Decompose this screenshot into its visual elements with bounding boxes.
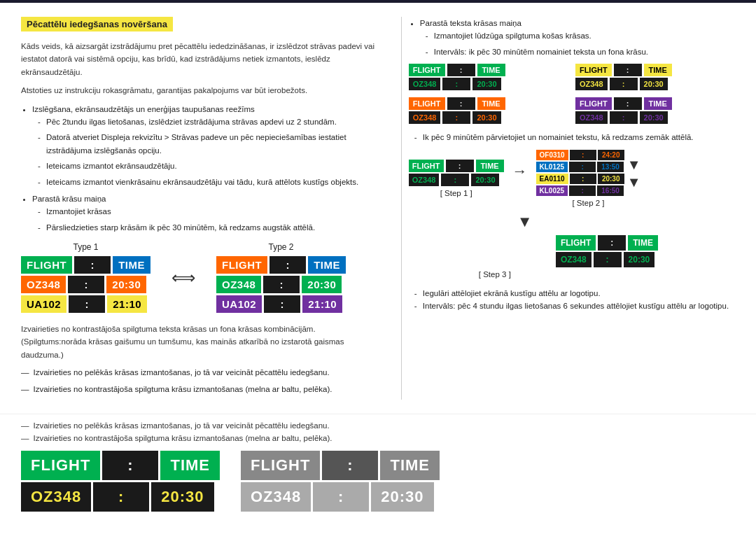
colon-cell: : bbox=[263, 276, 300, 293]
type2-label: Type 2 bbox=[216, 242, 346, 252]
large-time-val: 20:30 bbox=[371, 482, 433, 512]
steps-section: FLIGHT : TIME OZ348 : 20:30 [ Step 1 ] → bbox=[409, 150, 735, 313]
colon-cell: : bbox=[68, 276, 104, 293]
flight-num-cell: UA102 bbox=[21, 295, 66, 313]
large-flight-cell: FLIGHT bbox=[241, 451, 320, 480]
bullet-item-2: Parastā krāsu maiņa Izmantojiet krāsas P… bbox=[32, 192, 380, 234]
time-val-cell: 21:10 bbox=[107, 295, 147, 313]
step-arrow-down: ▼ bbox=[517, 213, 735, 231]
step-arrow-right: → bbox=[512, 162, 528, 181]
bottom-board-2: FLIGHT : TIME OZ348 : 20:30 bbox=[241, 451, 440, 512]
time-val-cell: 20:30 bbox=[106, 276, 146, 293]
bottom-section: Izvairieties no pelēkās krāsas izmantoša… bbox=[0, 414, 756, 526]
flight-num-cell: UA102 bbox=[216, 295, 262, 313]
flight-cell: FLIGHT bbox=[21, 256, 72, 274]
large-colon-cell: : bbox=[102, 451, 158, 480]
large-num-cell: OZ348 bbox=[241, 482, 311, 512]
left-column: Pēcattēlu iedegšanas novēršana Kāds veid… bbox=[21, 17, 380, 400]
bottom-flight-row: FLIGHT : TIME OZ348 : 20:30 FLIGHT : TIM… bbox=[21, 451, 735, 512]
right-dash-5: Intervāls: pēc 4 stundu ilgas lietošanas… bbox=[423, 300, 735, 312]
right-board-4: FLIGHT : TIME OZ348 : 20:30 bbox=[575, 97, 735, 124]
contrast-note: Izvairieties no kontrastājoša spilgtuma … bbox=[21, 323, 380, 361]
body-text-1: Kāds veids, kā aizsargāt izstrādājumu pr… bbox=[21, 40, 380, 78]
dash-item: Pēc 2tundu ilgas lietošanas, izslēdziet … bbox=[46, 115, 380, 128]
large-time-cell: TIME bbox=[380, 451, 440, 480]
dash-item: Pārsliedzieties starp krāsām ik pēc 30 m… bbox=[46, 221, 380, 234]
type1-label: Type 1 bbox=[21, 242, 150, 252]
large-flight-cell: FLIGHT bbox=[21, 451, 100, 480]
note-line-2: — Izvairieties no kontrastājoša spilgtum… bbox=[21, 384, 380, 395]
right-board-1: FLIGHT : TIME OZ348 : 20:30 bbox=[409, 64, 568, 90]
large-colon-cell: : bbox=[93, 482, 149, 512]
bottom-board-1: FLIGHT : TIME OZ348 : 20:30 bbox=[21, 451, 220, 512]
large-colon-cell: : bbox=[313, 482, 369, 512]
time-cell: TIME bbox=[308, 256, 346, 274]
right-dash-3: Ik pēc 9 minūtēm pārvietojiet un nomaini… bbox=[423, 131, 735, 143]
dash-item: Izmantojiet krāsas bbox=[46, 205, 380, 218]
right-dash-2: Intervāls: ik pēc 30 minūtēm nomainiet t… bbox=[434, 45, 735, 58]
step3-label: [ Step 3 ] bbox=[479, 270, 511, 279]
time-val-cell: 20:30 bbox=[302, 276, 342, 293]
step2-label: [ Step 2 ] bbox=[572, 199, 604, 207]
right-board-3: FLIGHT : TIME OZ348 : 20:30 bbox=[409, 97, 568, 124]
right-column: Parastā teksta krāsas maiņa Izmantojiet … bbox=[401, 17, 735, 400]
bullet-item-1: Izslēgšana, ekrānsaudzētājs un enerģijas… bbox=[32, 103, 380, 188]
flight-cell: FLIGHT bbox=[216, 256, 267, 274]
colon-cell: : bbox=[74, 256, 111, 274]
large-colon-cell: : bbox=[322, 451, 378, 480]
type2-example: Type 2 FLIGHT : TIME OZ348 : 20:30 UA102 bbox=[216, 242, 346, 313]
large-time-cell: TIME bbox=[160, 451, 220, 480]
large-time-val: 20:30 bbox=[151, 482, 214, 512]
flight-num-cell: OZ348 bbox=[216, 276, 261, 293]
step2-board: OF0310 : 24:20 KL0125 : 13:50 EA0110 bbox=[536, 150, 624, 196]
dash-item: Ieteicams izmantot vienkrāsainu ekrānsau… bbox=[46, 176, 380, 188]
bottom-note-1: Izvairieties no pelēkās krāsas izmantoša… bbox=[21, 421, 735, 430]
colon-cell: : bbox=[69, 295, 105, 313]
right-board-2: FLIGHT : TIME OZ348 : 20:30 bbox=[575, 64, 735, 90]
flight-num-cell: OZ348 bbox=[21, 276, 66, 293]
right-dash-1: Izmantojiet lūdzūga spilgtuma košas krās… bbox=[434, 29, 735, 42]
time-cell: TIME bbox=[113, 256, 150, 274]
scroll-arrows: ▼ ▼ bbox=[627, 150, 641, 190]
right-bullet-1: Parastā teksta krāsas maiņa Izmantojiet … bbox=[420, 17, 735, 58]
colon-cell: : bbox=[270, 256, 306, 274]
dash-item: Ieteicams izmantot ekrānsaudzētāju. bbox=[46, 160, 380, 172]
arrow-between-types: ⟺ bbox=[172, 268, 195, 288]
body-text-2: Atstoties uz instrukciju rokasgrāmatu, g… bbox=[21, 84, 380, 97]
section-title: Pēcattēlu iedegšanas novēršana bbox=[21, 17, 173, 31]
step1-label: [ Step 1 ] bbox=[440, 189, 472, 197]
bottom-note-2: Izvairieties no kontrastājoša spilgtuma … bbox=[21, 434, 735, 442]
step3-container: FLIGHT : TIME OZ348 : 20:30 [ Step 3 ] bbox=[479, 235, 735, 279]
type1-example: Type 1 FLIGHT : TIME OZ348 : 20:30 UA102 bbox=[21, 242, 150, 313]
time-val-cell: 21:10 bbox=[302, 295, 342, 313]
colon-cell: : bbox=[264, 295, 300, 313]
dash-item: Datorā atveriet Displeja rekvizītu > Str… bbox=[46, 131, 380, 157]
right-dash-4: Iegulāri attēlojiet ekrānā kustīgu attēl… bbox=[423, 287, 735, 300]
large-num-cell: OZ348 bbox=[21, 482, 91, 512]
note-line-1: — Izvairieties no pelēkās krāsas izmanto… bbox=[21, 367, 380, 379]
